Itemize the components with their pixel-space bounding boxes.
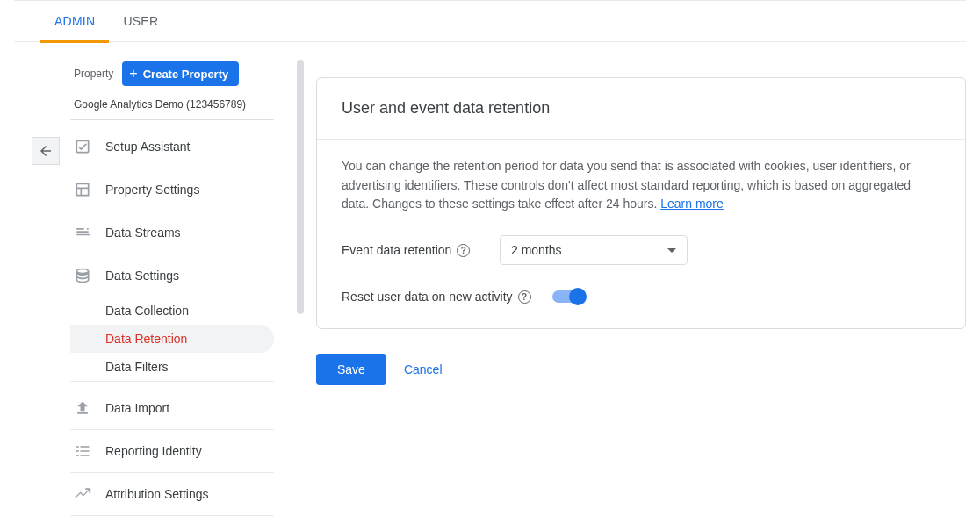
plus-icon: + (129, 67, 137, 81)
reset-toggle[interactable] (552, 290, 584, 303)
nav-label: Setup Assistant (105, 140, 191, 154)
chevron-down-icon (667, 248, 676, 253)
help-icon[interactable]: ? (518, 290, 531, 304)
event-retention-value: 2 months (511, 243, 562, 257)
reset-label: Reset user data on new activity (342, 290, 513, 304)
tab-user[interactable]: USER (109, 0, 172, 42)
sidebar-scrollbar[interactable] (297, 60, 304, 314)
cancel-button[interactable]: Cancel (404, 362, 443, 376)
identity-icon (74, 442, 91, 460)
learn-more-link[interactable]: Learn more (660, 197, 724, 211)
toggle-knob (569, 288, 587, 305)
card-description: You can change the retention period for … (342, 157, 940, 214)
admin-user-tabs: ADMIN USER (14, 0, 966, 42)
arrow-left-icon (38, 143, 54, 159)
property-label: Property (74, 68, 113, 80)
card-title: User and event data retention (342, 99, 940, 118)
sub-data-retention[interactable]: Data Retention (70, 325, 274, 353)
event-retention-select[interactable]: 2 months (500, 235, 688, 265)
sub-data-collection[interactable]: Data Collection (70, 297, 274, 325)
nav-label: Data Settings (105, 269, 179, 283)
nav-label: Property Settings (105, 183, 199, 197)
back-button[interactable] (32, 137, 60, 165)
upload-icon (74, 399, 91, 417)
nav-data-streams[interactable]: Data Streams (70, 211, 274, 254)
event-retention-label: Event data retention (342, 243, 451, 257)
database-icon (74, 267, 91, 284)
streams-icon (74, 224, 91, 241)
nav-property-settings[interactable]: Property Settings (70, 168, 274, 211)
nav-reporting-identity[interactable]: Reporting Identity (70, 430, 274, 473)
save-button[interactable]: Save (316, 354, 386, 385)
nav-label: Reporting Identity (105, 444, 202, 458)
create-property-button[interactable]: + Create Property (122, 61, 239, 86)
create-property-label: Create Property (143, 68, 229, 81)
nav-data-settings[interactable]: Data Settings (70, 254, 274, 297)
retention-card: User and event data retention You can ch… (316, 77, 966, 329)
check-square-icon (74, 138, 91, 155)
nav-label: Attribution Settings (105, 487, 209, 501)
property-name[interactable]: Google Analytics Demo (123456789) (70, 90, 274, 120)
help-icon[interactable]: ? (457, 244, 470, 257)
sub-data-filters[interactable]: Data Filters (70, 353, 274, 381)
nav-label: Data Import (105, 401, 169, 415)
nav-data-import[interactable]: Data Import (70, 387, 274, 430)
nav-setup-assistant[interactable]: Setup Assistant (70, 125, 274, 168)
attribution-icon (74, 485, 91, 503)
nav-label: Data Streams (105, 226, 181, 240)
nav-attribution-settings[interactable]: Attribution Settings (70, 473, 274, 516)
admin-sidebar: Property + Create Property Google Analyt… (70, 42, 299, 523)
tab-admin[interactable]: ADMIN (40, 0, 109, 42)
layout-icon (74, 181, 91, 198)
